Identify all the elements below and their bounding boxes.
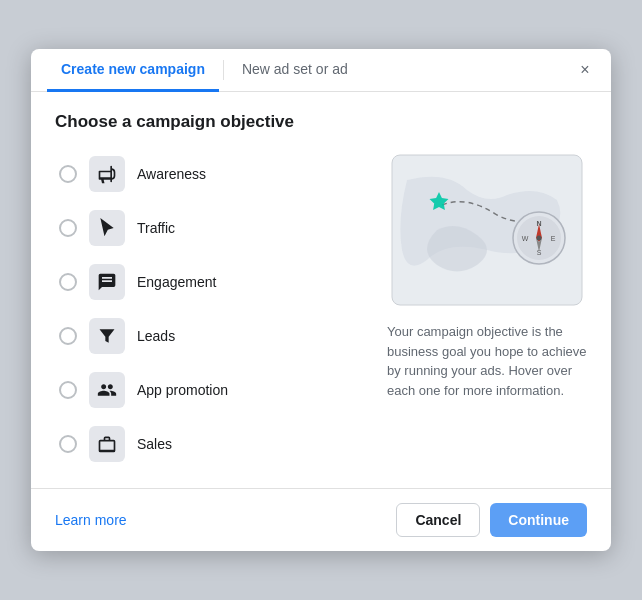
close-button[interactable]: ×	[571, 56, 599, 84]
modal-title: Choose a campaign objective	[55, 112, 587, 132]
app-promotion-icon-box	[89, 372, 125, 408]
tab-divider	[223, 60, 224, 80]
svg-point-10	[537, 236, 542, 241]
objectives-list: Awareness Traffic	[55, 150, 367, 468]
awareness-icon-box	[89, 156, 125, 192]
modal-tabs: Create new campaign New ad set or ad ×	[31, 49, 611, 92]
cursor-icon	[97, 218, 117, 238]
radio-app-promotion[interactable]	[59, 381, 77, 399]
continue-button[interactable]: Continue	[490, 503, 587, 537]
svg-text:W: W	[522, 235, 529, 242]
app-promotion-label: App promotion	[137, 382, 228, 398]
objective-traffic[interactable]: Traffic	[55, 204, 367, 252]
radio-leads[interactable]	[59, 327, 77, 345]
modal-body: Choose a campaign objective Awareness	[31, 92, 611, 488]
tab-new-ad-set[interactable]: New ad set or ad	[228, 49, 362, 92]
leads-label: Leads	[137, 328, 175, 344]
tab-create-campaign[interactable]: Create new campaign	[47, 49, 219, 92]
radio-awareness[interactable]	[59, 165, 77, 183]
traffic-label: Traffic	[137, 220, 175, 236]
awareness-label: Awareness	[137, 166, 206, 182]
objective-leads[interactable]: Leads	[55, 312, 367, 360]
objective-engagement[interactable]: Engagement	[55, 258, 367, 306]
filter-icon	[97, 326, 117, 346]
map-svg: N S E W	[387, 150, 587, 310]
learn-more-link[interactable]: Learn more	[55, 512, 127, 528]
cancel-button[interactable]: Cancel	[396, 503, 480, 537]
right-panel: N S E W Your campaign objective is the b…	[387, 150, 587, 468]
traffic-icon-box	[89, 210, 125, 246]
content-area: Awareness Traffic	[55, 150, 587, 468]
sales-icon-box	[89, 426, 125, 462]
radio-engagement[interactable]	[59, 273, 77, 291]
svg-text:E: E	[551, 235, 556, 242]
chat-icon	[97, 272, 117, 292]
objective-awareness[interactable]: Awareness	[55, 150, 367, 198]
map-illustration: N S E W	[387, 150, 587, 310]
radio-traffic[interactable]	[59, 219, 77, 237]
objective-app-promotion[interactable]: App promotion	[55, 366, 367, 414]
modal-footer: Learn more Cancel Continue	[31, 488, 611, 551]
map-description: Your campaign objective is the business …	[387, 322, 587, 400]
briefcase-icon	[97, 434, 117, 454]
footer-buttons: Cancel Continue	[396, 503, 587, 537]
engagement-label: Engagement	[137, 274, 216, 290]
sales-label: Sales	[137, 436, 172, 452]
engagement-icon-box	[89, 264, 125, 300]
objective-sales[interactable]: Sales	[55, 420, 367, 468]
radio-sales[interactable]	[59, 435, 77, 453]
campaign-modal: Create new campaign New ad set or ad × C…	[31, 49, 611, 551]
leads-icon-box	[89, 318, 125, 354]
people-icon	[97, 380, 117, 400]
megaphone-icon	[97, 164, 117, 184]
